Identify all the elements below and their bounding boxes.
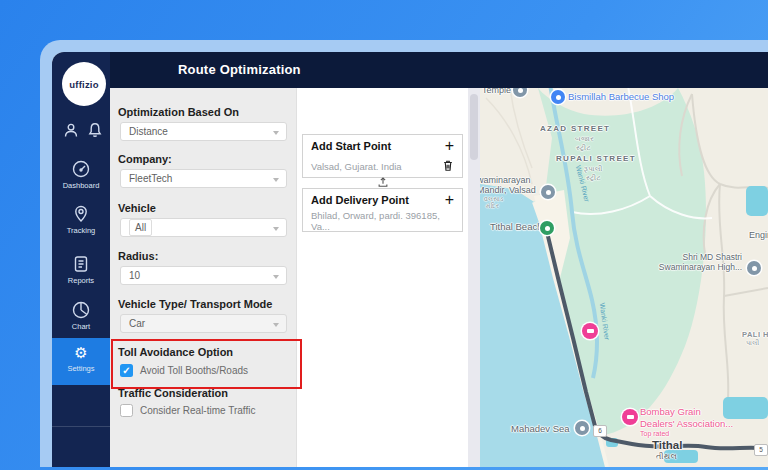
azad-street-label: AZAD STREET — [540, 124, 610, 133]
swaminarayan-marker-icon[interactable] — [541, 185, 555, 199]
top-rated-label: Top rated — [640, 430, 669, 437]
bombay-grain-marker-icon[interactable] — [622, 409, 638, 425]
select-value: FleetTech — [129, 173, 172, 184]
field-label: Optimization Based On — [118, 106, 239, 118]
bombay-grain-label: Dealers' Association... — [640, 418, 733, 430]
select-value: All — [129, 219, 152, 236]
pali-hill-label: PALI H — [742, 330, 768, 339]
traffic-option-row: Consider Real-time Traffic — [120, 404, 255, 417]
add-start-point-button[interactable]: + — [445, 138, 454, 154]
bombay-grain-label: Bombay Grain — [640, 406, 701, 418]
pali-hill-gujarati: પાલી — [746, 339, 760, 347]
vehicle-type-select[interactable]: Car — [120, 314, 287, 333]
pie-chart-icon — [52, 300, 110, 320]
add-start-point-header: Add Start Point + — [302, 134, 463, 157]
points-panel: Add Start Point + Valsad, Gujarat. India… — [296, 88, 468, 467]
sidebar: Dashboard Tracking Reports — [52, 52, 110, 467]
route-point-marker-icon[interactable] — [582, 323, 598, 339]
speedometer-icon — [52, 159, 110, 179]
chevron-down-icon — [273, 323, 279, 327]
sidebar-item-label: Chart — [52, 322, 110, 331]
start-point-value: Valsad, Gujarat. India — [311, 161, 402, 172]
tithal-town-label: Tithal — [652, 439, 682, 451]
azad-street-gujarati: સ્ટ્રીટ — [576, 144, 591, 152]
page-title: Route Optimization — [178, 52, 301, 88]
road-shield-6[interactable]: 6 — [593, 425, 607, 437]
chevron-down-icon — [273, 275, 279, 279]
field-label: Vehicle Type/ Transport Mode — [118, 298, 272, 310]
tithal-beach-marker-icon[interactable] — [540, 221, 554, 235]
header-bar: Route Optimization — [110, 52, 768, 88]
section-title: Toll Avoidance Option — [118, 346, 233, 358]
scrollbar-thumb[interactable] — [470, 94, 478, 160]
swaminarayan-gujarati: વલસાડ — [484, 196, 504, 203]
chevron-down-icon — [273, 131, 279, 135]
bismillah-marker-icon[interactable] — [551, 90, 565, 104]
tithal-beach-label: Tithal Beach — [490, 221, 542, 232]
sidebar-divider — [52, 426, 110, 427]
chevron-down-icon — [273, 178, 279, 182]
temple-label: Temple — [482, 88, 511, 95]
swaminarayan-gujarati: મંદિર — [486, 203, 500, 210]
mahadev-marker-icon[interactable] — [575, 421, 589, 435]
shastri-label: Swaminarayan High... — [642, 262, 742, 272]
add-delivery-point-label: Add Delivery Point — [311, 194, 409, 206]
chevron-down-icon — [273, 227, 279, 231]
sidebar-item-dashboard[interactable]: Dashboard — [52, 159, 110, 190]
rupali-street-label: RUPALI STREET — [556, 154, 636, 163]
avoid-toll-checkbox[interactable]: ✓ — [120, 364, 133, 377]
panel-scrollbar[interactable] — [468, 88, 480, 467]
sidebar-item-label: Settings — [52, 364, 110, 373]
sidebar-item-reports[interactable]: Reports — [52, 254, 110, 285]
realtime-traffic-checkbox[interactable] — [120, 404, 133, 417]
section-title: Traffic Consideration — [118, 387, 228, 399]
swaminarayan-label: Mandir, Valsad — [480, 185, 536, 195]
azad-street-gujarati: બજાર — [575, 135, 594, 143]
sidebar-item-label: Tracking — [52, 226, 110, 235]
field-label: Company: — [118, 153, 172, 165]
mahadev-sea-label: Mahadev Sea — [511, 423, 570, 434]
swaminarayan-label: waminarayan — [480, 175, 531, 185]
checkbox-label: Consider Real-time Traffic — [140, 405, 255, 416]
sidebar-item-settings[interactable]: ⚙ Settings — [52, 344, 110, 373]
add-start-point-label: Add Start Point — [311, 140, 391, 152]
checkbox-label: Avoid Toll Booths/Roads — [140, 365, 248, 376]
sidebar-item-label: Dashboard — [52, 181, 110, 190]
field-label: Radius: — [118, 250, 158, 262]
road-shield-5[interactable]: 5 — [754, 444, 768, 456]
toll-option-row: ✓ Avoid Toll Booths/Roads — [120, 364, 248, 377]
vehicle-select[interactable]: All — [120, 218, 287, 237]
upload-points-button[interactable] — [302, 174, 463, 186]
delivery-point-row: Bhilad, Orward, pardi. 396185, Va... — [302, 210, 463, 232]
optimization-based-on-select[interactable]: Distance — [120, 122, 287, 141]
uffizio-logo: uffizio — [62, 62, 106, 106]
sidebar-item-tracking[interactable]: Tracking — [52, 204, 110, 235]
shastri-label: Shri MD Shastri — [666, 252, 742, 262]
delivery-point-value: Bhilad, Orward, pardi. 396185, Va... — [311, 210, 454, 232]
app-window: Route Optimization Dashboard — [52, 52, 768, 467]
rupali-street-gujarati: સ્ટ્રીટ — [586, 174, 601, 182]
shastri-marker-icon[interactable] — [747, 261, 761, 275]
user-icon[interactable] — [63, 122, 79, 142]
map-canvas[interactable]: Wanki River Wanki River Temple Bismillah… — [480, 88, 768, 467]
select-value: 10 — [129, 270, 140, 281]
bismillah-label: Bismillah Barbecue Shop — [568, 91, 674, 102]
field-label: Vehicle — [118, 202, 156, 214]
report-doc-icon — [52, 254, 110, 274]
rupali-street-gujarati: રૂપાલી — [584, 165, 603, 173]
select-value: Car — [129, 318, 145, 329]
tithal-town-gujarati: તીથલ — [656, 452, 677, 462]
delete-start-point-button[interactable] — [442, 159, 454, 174]
location-pin-icon — [52, 204, 110, 224]
gear-icon: ⚙ — [74, 344, 87, 361]
engineering-label: Engin — [749, 230, 768, 240]
add-delivery-point-header: Add Delivery Point + — [302, 188, 463, 211]
radius-select[interactable]: 10 — [120, 266, 287, 285]
select-value: Distance — [129, 126, 168, 137]
company-select[interactable]: FleetTech — [120, 169, 287, 188]
sidebar-item-label: Reports — [52, 276, 110, 285]
add-delivery-point-button[interactable]: + — [445, 192, 454, 208]
optimization-form: Optimization Based On Distance Company: … — [110, 88, 296, 467]
bell-icon[interactable] — [87, 122, 103, 142]
sidebar-item-chart[interactable]: Chart — [52, 300, 110, 331]
